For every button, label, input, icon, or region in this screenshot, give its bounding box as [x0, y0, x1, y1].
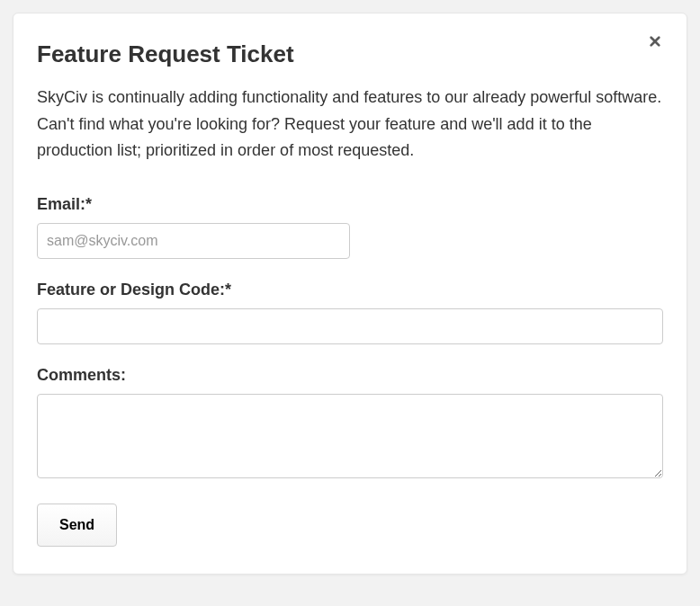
modal-title: Feature Request Ticket [37, 40, 663, 68]
comments-label: Comments: [37, 366, 663, 385]
modal-description: SkyCiv is continually adding functionali… [37, 85, 663, 165]
send-button[interactable]: Send [37, 504, 117, 547]
email-input[interactable] [37, 223, 350, 259]
close-icon [647, 33, 665, 49]
feature-input[interactable] [37, 308, 663, 344]
feature-request-modal: Feature Request Ticket SkyCiv is continu… [13, 13, 687, 575]
feature-label: Feature or Design Code:* [37, 281, 663, 299]
comments-textarea[interactable] [37, 394, 663, 478]
close-button[interactable] [647, 33, 665, 51]
email-label: Email:* [37, 195, 663, 214]
